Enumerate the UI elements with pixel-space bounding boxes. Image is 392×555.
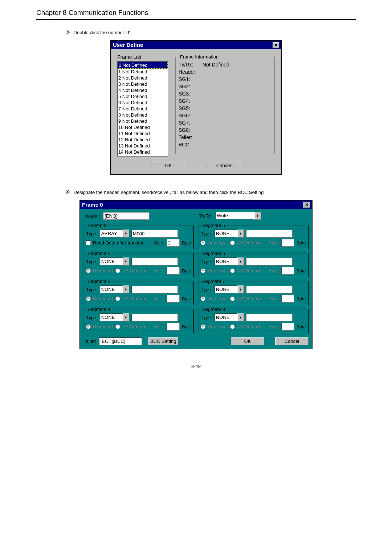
segment-5-type-value[interactable] xyxy=(215,230,238,237)
chevron-down-icon[interactable]: ▼ xyxy=(254,212,261,220)
segment-1-type-value[interactable] xyxy=(100,230,123,237)
close-icon[interactable]: ✕ xyxy=(303,202,310,208)
hex-input-label: Hex Input xyxy=(93,324,113,329)
list-item[interactable]: 7 Not Defined xyxy=(118,106,168,112)
step-4-num: ④ xyxy=(65,189,70,195)
type-label: Type: xyxy=(201,315,212,320)
size-label: Size: xyxy=(154,296,164,301)
cancel-button[interactable]: Cancel xyxy=(207,162,240,169)
list-item[interactable]: 10 Not Defined xyxy=(118,124,168,130)
segment-1-type-select[interactable]: ▼ xyxy=(100,230,129,238)
list-item[interactable]: 2 Not Defined xyxy=(118,75,168,81)
list-item[interactable]: 5 Not Defined xyxy=(118,93,168,100)
segment-3-type-value[interactable] xyxy=(100,285,123,293)
list-item[interactable]: 6 Not Defined xyxy=(118,100,168,106)
step-3-num: ③ xyxy=(65,29,70,35)
segment-6-field-input[interactable] xyxy=(246,258,293,266)
segment-4-type-value[interactable] xyxy=(100,313,123,321)
segment-7-type-value[interactable] xyxy=(215,285,238,293)
ok-button[interactable]: OK xyxy=(231,337,264,345)
segment-8-type-value[interactable] xyxy=(215,313,238,321)
txrx-value[interactable] xyxy=(216,212,255,219)
txrx-select[interactable]: ▼ xyxy=(216,212,261,220)
read-after-checkbox[interactable] xyxy=(86,240,91,245)
chevron-down-icon[interactable]: ▼ xyxy=(237,313,244,321)
segment-1-size-input[interactable] xyxy=(167,239,180,247)
ok-button[interactable]: OK xyxy=(152,162,185,169)
chevron-down-icon[interactable]: ▼ xyxy=(237,285,244,293)
segment-6-type-select[interactable]: ▼ xyxy=(215,258,244,266)
list-item[interactable]: 4 Not Defined xyxy=(118,87,168,93)
frame-info-row: SG2: xyxy=(179,84,271,89)
segment-2-field-input[interactable] xyxy=(131,258,178,266)
close-icon[interactable]: ✕ xyxy=(273,42,279,48)
frame-info-row: SG8: xyxy=(179,127,271,133)
chevron-down-icon[interactable]: ▼ xyxy=(237,258,244,266)
segment-3-group: Segment 3Type:▼Hex InputASCII InputSize:… xyxy=(83,279,194,305)
list-item[interactable]: 8 Not Defined xyxy=(118,112,168,118)
segment-2-type-value[interactable] xyxy=(100,258,123,265)
frame-list[interactable]: 0 Not Defined1 Not Defined2 Not Defined3… xyxy=(117,61,168,157)
header-label: Header: xyxy=(83,213,100,219)
list-item[interactable]: 14 Not Defined xyxy=(118,149,168,155)
ascii-input-radio xyxy=(115,296,120,301)
user-define-titlebar: User Define ✕ xyxy=(111,41,281,49)
hex-input-label: Hex Input xyxy=(208,240,228,246)
list-item[interactable]: 0 Not Defined xyxy=(118,62,168,69)
ascii-input-label: ASCII Input xyxy=(237,240,266,246)
segment-8-type-select[interactable]: ▼ xyxy=(215,313,244,321)
txrx-label: Tx/Rx: xyxy=(199,213,213,219)
frame-info-row: SG1: xyxy=(179,76,271,82)
segment-4-field-input[interactable] xyxy=(131,314,178,321)
frame-0-titlebar: Frame 0 ✕ xyxy=(80,200,312,209)
ascii-input-radio xyxy=(115,268,120,273)
segment-4-type-select[interactable]: ▼ xyxy=(100,313,129,321)
frame-information-group: Frame Information Tx/Rx: Not DefinedHead… xyxy=(175,54,275,154)
segment-8-size-input xyxy=(281,323,294,331)
cancel-button[interactable]: Cancel xyxy=(275,337,309,345)
chevron-down-icon[interactable]: ▼ xyxy=(237,230,244,238)
segment-3-type-select[interactable]: ▼ xyxy=(100,285,129,293)
segment-8-field-input[interactable] xyxy=(246,314,293,321)
chevron-down-icon[interactable]: ▼ xyxy=(123,230,129,238)
list-item[interactable]: 13 Not Defined xyxy=(118,143,168,149)
hex-input-radio xyxy=(201,324,205,329)
size-label: Size: xyxy=(154,240,164,246)
frame-0-dialog: Frame 0 ✕ Header: Tx/Rx: ▼ Segment 1Type xyxy=(79,200,313,349)
user-define-title: User Define xyxy=(113,42,143,48)
list-item[interactable]: 9 Not Defined xyxy=(118,118,168,124)
tailer-input[interactable] xyxy=(99,337,142,345)
chevron-down-icon[interactable]: ▼ xyxy=(123,285,129,293)
segment-1-field-input[interactable] xyxy=(131,230,178,238)
list-item[interactable]: 15 Not Defined xyxy=(118,155,168,157)
list-item[interactable]: 11 Not Defined xyxy=(118,130,168,137)
segment-2-type-select[interactable]: ▼ xyxy=(100,258,129,266)
segment-3-field-input[interactable] xyxy=(131,286,178,293)
bcc-setting-button[interactable]: BCC Setting xyxy=(148,337,178,345)
segment-6-size-input xyxy=(281,267,294,275)
segment-7-field-input[interactable] xyxy=(246,286,293,293)
chevron-down-icon[interactable]: ▼ xyxy=(123,258,129,266)
size-label: Size: xyxy=(269,268,279,274)
segment-8-group: Segment 8Type:▼Hex InputASCII InputSize:… xyxy=(198,307,309,333)
byte-label: Byte xyxy=(297,268,306,274)
frame-info-row: Header: xyxy=(179,69,271,75)
frame-info-row: SG7: xyxy=(179,120,271,126)
segment-5-field-input[interactable] xyxy=(246,230,293,238)
ascii-input-label: ASCII Input xyxy=(122,268,152,274)
type-label: Type: xyxy=(86,259,98,264)
segment-6-legend: Segment 6 xyxy=(201,251,226,256)
frame-info-row: SG5: xyxy=(179,105,271,111)
chevron-down-icon[interactable]: ▼ xyxy=(123,313,129,321)
hex-input-radio xyxy=(201,268,205,273)
list-item[interactable]: 1 Not Defined xyxy=(118,69,168,75)
list-item[interactable]: 3 Not Defined xyxy=(118,81,168,87)
header-input[interactable] xyxy=(103,212,150,220)
frame-info-row: SG3: xyxy=(179,91,271,97)
segment-5-type-select[interactable]: ▼ xyxy=(215,230,244,238)
step-3-text: Double click the number '0' xyxy=(74,30,130,35)
segment-7-type-select[interactable]: ▼ xyxy=(215,285,244,293)
hex-input-label: Hex Input xyxy=(208,268,228,274)
segment-6-type-value[interactable] xyxy=(215,258,238,265)
list-item[interactable]: 12 Not Defined xyxy=(118,137,168,143)
